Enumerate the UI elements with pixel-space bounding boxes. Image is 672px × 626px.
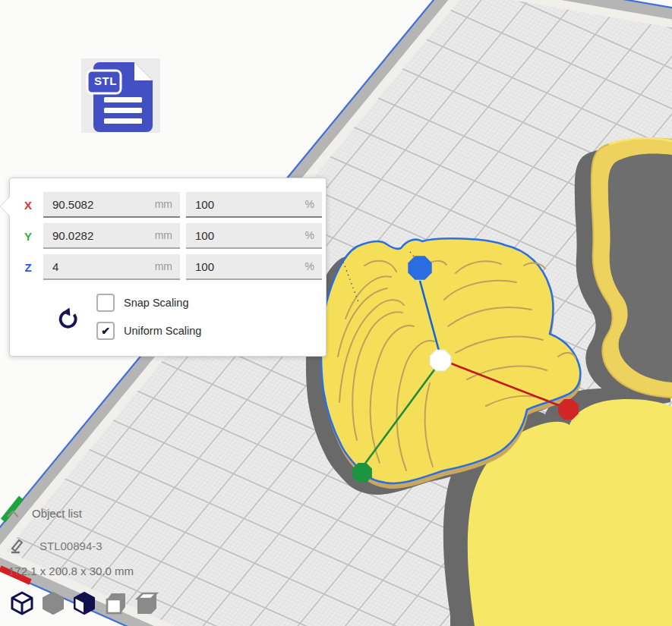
snap-scaling-label: Snap Scaling <box>124 297 188 309</box>
cube-left-face-icon <box>71 590 97 616</box>
uniform-scaling-label: Uniform Scaling <box>124 325 201 337</box>
camera-view-toolbar <box>9 590 159 616</box>
scale-z-percent-input[interactable]: 100 % <box>186 254 322 280</box>
unit-mm-label: mm <box>155 260 172 272</box>
reset-icon <box>55 306 81 332</box>
object-item-name: STL00894-3 <box>39 539 103 552</box>
scale-x-mm-input[interactable]: 90.5082 mm <box>43 192 180 218</box>
cube-solid-icon <box>40 590 66 616</box>
object-dimensions: 172.1 x 200.8 x 30.0 mm <box>8 565 134 577</box>
scale-handle-y[interactable] <box>352 463 372 483</box>
view-left-button[interactable] <box>71 590 97 616</box>
model-cookie-cutter[interactable] <box>592 138 672 398</box>
axis-x-label: X <box>22 199 34 212</box>
cube-front-face-icon <box>103 590 128 616</box>
panel-pointer <box>1 197 10 216</box>
chevron-up-icon <box>6 508 20 519</box>
object-list-title: Object list <box>32 507 82 520</box>
scale-row-z: Z 4 mm 100 % <box>10 254 322 280</box>
scale-tool-panel: X 90.5082 mm 100 % Y 90.0282 mm 100 % Z … <box>9 178 327 357</box>
unit-mm-label: mm <box>155 198 172 210</box>
view-right-button[interactable] <box>134 590 159 616</box>
uniform-scaling-row: ✔ Uniform Scaling <box>96 322 201 340</box>
scale-handle-center[interactable] <box>430 350 451 371</box>
cura-window: { "file_icon": { "label": "STL" }, "scal… <box>0 0 672 626</box>
view-front-button[interactable] <box>40 590 66 616</box>
cube-top-face-icon <box>134 590 159 616</box>
scale-y-mm-input[interactable]: 90.0282 mm <box>43 223 180 249</box>
stl-document-icon <box>81 58 160 133</box>
unit-percent-label: % <box>305 198 314 210</box>
scale-row-y: Y 90.0282 mm 100 % <box>10 223 322 249</box>
snap-scaling-row: Snap Scaling <box>96 294 188 312</box>
scale-x-percent-input[interactable]: 100 % <box>186 192 322 218</box>
axis-y-label: Y <box>22 230 34 243</box>
unit-mm-label: mm <box>155 229 172 241</box>
scale-row-x: X 90.5082 mm 100 % <box>10 192 322 218</box>
scale-handle-z[interactable] <box>408 256 431 279</box>
unit-percent-label: % <box>305 260 314 272</box>
snap-scaling-checkbox[interactable] <box>96 294 115 312</box>
reset-scale-button[interactable] <box>55 306 81 332</box>
stl-file-icon[interactable]: STL <box>81 58 160 133</box>
unit-percent-label: % <box>305 229 314 241</box>
scale-z-mm-input[interactable]: 4 mm <box>43 254 180 280</box>
axis-z-label: Z <box>22 261 34 274</box>
scale-y-percent-input[interactable]: 100 % <box>186 223 322 249</box>
view-3d-button[interactable] <box>9 590 35 616</box>
view-top-button[interactable] <box>103 590 128 616</box>
uniform-scaling-checkbox[interactable]: ✔ <box>96 322 115 340</box>
object-list-item[interactable]: STL00894-3 <box>9 537 103 554</box>
pencil-icon <box>9 537 24 554</box>
scale-handle-x[interactable] <box>558 399 579 420</box>
cube-wireframe-icon <box>9 590 35 616</box>
stl-badge-label: STL <box>90 74 121 87</box>
object-list-header[interactable]: Object list <box>6 507 82 520</box>
uniform-scaling-checkmark: ✔ <box>101 325 110 337</box>
